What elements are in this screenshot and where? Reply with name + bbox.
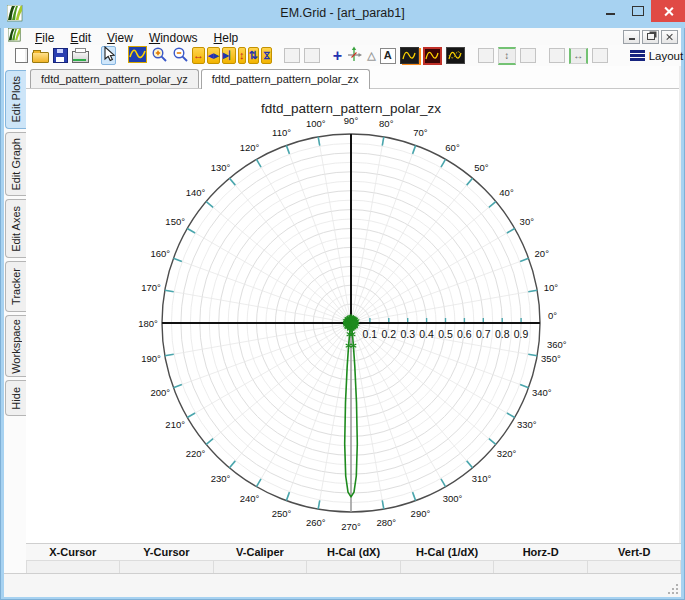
dark-plot-red-icon: [423, 47, 442, 65]
fit-x-button[interactable]: ▶▏: [222, 47, 236, 64]
multi-plot-dark-button[interactable]: [445, 46, 466, 65]
edit-plot-dark-button[interactable]: [399, 46, 420, 65]
layout-button[interactable]: Layout: [625, 48, 685, 64]
sine-plot-icon: [128, 46, 147, 66]
menu-edit[interactable]: Edit: [62, 30, 99, 46]
zoom-out-button[interactable]: [171, 46, 190, 65]
tab-fdtd_pattern_pattern_polar_zx[interactable]: fdtd_pattern_pattern_polar_zx: [201, 69, 370, 89]
new-document-button[interactable]: [14, 46, 29, 65]
polar-angle-tick: [173, 385, 181, 388]
compress-x-button[interactable]: ◀▶: [207, 47, 220, 64]
resize-grip-icon[interactable]: [667, 583, 680, 596]
open-file-button[interactable]: [31, 46, 50, 65]
close-button[interactable]: [651, 0, 685, 22]
sidebar-tab-workspace[interactable]: Workspace: [5, 315, 26, 377]
plot-canvas[interactable]: 0°10°20°30°40°50°60°70°80°90°100°110°120…: [26, 88, 679, 543]
polar-angle-tick: [382, 500, 384, 509]
menu-file[interactable]: File: [27, 30, 62, 46]
zoom-in-button[interactable]: [150, 46, 169, 65]
polar-angle-label: 340°: [532, 387, 552, 398]
polar-radial-label: 0.3: [400, 328, 415, 340]
sidebar-tab-edit-graph[interactable]: Edit Graph: [5, 132, 26, 196]
polar-angle-label: 270°: [341, 521, 361, 532]
polar-angle-label: 100°: [306, 118, 326, 129]
polar-angle-tick: [528, 290, 537, 292]
mdi-close-button[interactable]: [661, 30, 678, 44]
expand-x-button[interactable]: ↔: [192, 47, 205, 64]
polar-chart[interactable]: 0°10°20°30°40°50°60°70°80°90°100°110°120…: [26, 88, 677, 543]
fit-vertical-icon: ↕: [498, 47, 516, 65]
polar-angle-tick: [187, 229, 195, 234]
sidebar-tab-label: Tracker: [10, 268, 22, 305]
fit-x-icon: ▶▏: [223, 52, 235, 60]
cursor-value-cell: [494, 560, 587, 574]
cursor-readout-table: X-CursorY-CursorV-CaliperH-Cal (dX)H-Cal…: [26, 543, 681, 574]
menu-view[interactable]: View: [99, 30, 141, 46]
cursor-value-cell: [401, 560, 494, 574]
polar-angle-label: 120°: [240, 142, 260, 153]
polar-angle-label: 80°: [379, 118, 394, 129]
title-bar: EM.Grid - [art_parab1]: [0, 0, 685, 28]
fit-y-button[interactable]: ⋈: [261, 47, 272, 64]
polar-angle-tick: [467, 461, 473, 468]
polar-angle-tick: [230, 461, 236, 468]
text-annotation-button[interactable]: A: [379, 46, 397, 65]
polar-angle-label: 210°: [165, 419, 185, 430]
tab-fdtd_pattern_pattern_polar_yz[interactable]: fdtd_pattern_pattern_polar_yz: [30, 69, 199, 88]
polar-angle-tick: [286, 492, 289, 500]
print-button[interactable]: [71, 46, 90, 65]
document-icon: [8, 28, 21, 46]
pan-right-button: [591, 46, 609, 65]
polar-radial-label: 0.5: [438, 328, 453, 340]
zoom-in-icon: [151, 46, 168, 66]
sidebar-tab-hide[interactable]: Hide: [5, 380, 26, 416]
polar-angle-label: 70°: [413, 127, 428, 138]
pan-down-button: [519, 46, 537, 65]
empty-box-icon: [549, 48, 565, 63]
plot-window-button[interactable]: [127, 46, 148, 65]
select-region-2-button[interactable]: [303, 46, 321, 65]
polar-angle-tick: [318, 500, 320, 509]
sidebar-tab-edit-plots[interactable]: Edit Plots: [5, 70, 26, 129]
expand-y-button[interactable]: ↕: [238, 47, 246, 64]
polar-angle-label: 300°: [443, 493, 463, 504]
sidebar-tab-edit-axes[interactable]: Edit Axes: [5, 199, 26, 258]
compress-y-button[interactable]: ⇅: [248, 47, 259, 64]
polar-angle-label: 230°: [211, 473, 231, 484]
polar-angle-tick: [413, 145, 416, 153]
pointer-tool-button[interactable]: [101, 46, 116, 65]
polar-angle-label: 150°: [165, 216, 185, 227]
polar-angle-label: 180°: [138, 318, 158, 329]
mdi-restore-button[interactable]: [642, 30, 659, 44]
polar-angle-label: 140°: [186, 187, 206, 198]
mdi-minimize-button[interactable]: [623, 30, 640, 44]
polar-angle-label: 130°: [211, 162, 231, 173]
sidebar-tab-tracker[interactable]: Tracker: [5, 261, 26, 312]
maximize-button[interactable]: [624, 0, 651, 22]
close-icon: [663, 6, 674, 17]
tracker-axes-button[interactable]: [345, 46, 364, 65]
polar-radial-label: 0.1: [363, 328, 378, 340]
minimize-button[interactable]: [597, 0, 624, 22]
cursor-col-h-cal-1-dx-: H-Cal (1/dX): [400, 544, 494, 560]
menu-help[interactable]: Help: [206, 30, 247, 46]
mdi-restore-icon: [647, 33, 655, 40]
mdi-close-icon: [666, 33, 673, 40]
plot-style-red-button[interactable]: [422, 46, 443, 65]
menu-windows[interactable]: Windows: [141, 30, 206, 46]
maximize-icon: [632, 6, 644, 16]
polar-angle-label: 280°: [376, 517, 396, 528]
pan-up-button: [477, 46, 495, 65]
cursor-col-y-cursor: Y-Cursor: [120, 544, 214, 560]
expand-x-icon: ↔: [193, 50, 204, 61]
cursor-col-horz-d: Horz-D: [494, 544, 588, 560]
save-button[interactable]: [52, 46, 69, 65]
cursor-col-v-caliper: V-Caliper: [213, 544, 307, 560]
select-region-1-button[interactable]: [283, 46, 301, 65]
empty-box-icon: [478, 48, 494, 63]
polar-angle-tick: [187, 413, 195, 418]
crosshair-button[interactable]: +: [332, 46, 343, 65]
caliper-button[interactable]: △: [366, 46, 376, 65]
expand-y-icon: ↕: [239, 50, 245, 61]
status-bar: [4, 573, 681, 597]
